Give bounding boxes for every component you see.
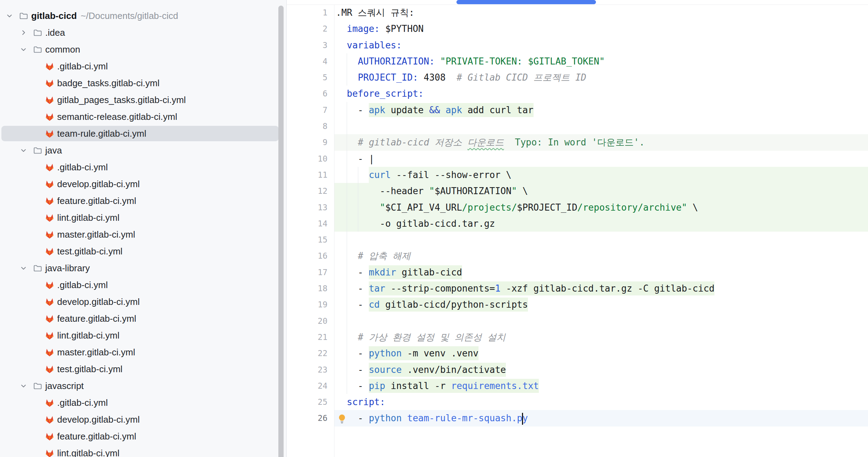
tree-row[interactable]: feature.gitlab-ci.yml xyxy=(0,428,286,445)
code-text[interactable]: AUTHORIZATION: "PRIVATE-TOKEN: $GITLAB_T… xyxy=(336,53,605,69)
line-number[interactable]: 25 xyxy=(287,394,327,410)
tree-row[interactable]: java-library xyxy=(0,260,286,277)
code-text[interactable]: - source .venv/bin/activate xyxy=(336,362,506,378)
tree-row[interactable]: test.gitlab-ci.yml xyxy=(0,243,286,260)
code-line[interactable]: 21 # 가상 환경 설정 및 의존성 설치 xyxy=(287,329,868,345)
code-line[interactable]: 17 - mkdir gitlab-cicd xyxy=(287,264,868,280)
line-number[interactable]: 23 xyxy=(287,362,327,378)
code-text[interactable]: # 압축 해제 xyxy=(336,248,411,264)
code-text[interactable]: -o gitlab-cicd.tar.gz xyxy=(336,216,495,232)
tree-row[interactable]: java xyxy=(0,142,286,159)
tree-row[interactable]: lint.gitlab-ci.yml xyxy=(0,445,286,457)
code-line[interactable]: 16 # 압축 해제 xyxy=(287,248,868,264)
line-number[interactable]: 6 xyxy=(287,86,327,102)
tree-row[interactable]: team-rule.gitlab-ci.yml xyxy=(0,125,286,142)
line-number[interactable]: 1 xyxy=(287,5,327,21)
code-text[interactable]: - tar --strip-components=1 -xzf gitlab-c… xyxy=(336,280,714,296)
line-number[interactable]: 18 xyxy=(287,280,327,296)
code-text[interactable]: --header "$AUTHORIZATION" \ xyxy=(336,183,528,199)
chevron-down-icon[interactable] xyxy=(20,264,27,272)
code-text[interactable]: # gitlab-cicd 저장소 다운로드 Typo: In word '다운… xyxy=(336,134,645,150)
line-number[interactable]: 2 xyxy=(287,21,327,37)
code-line[interactable]: 14 -o gitlab-cicd.tar.gz xyxy=(287,216,868,232)
code-text[interactable]: - apk update && apk add curl tar xyxy=(336,102,534,118)
code-line[interactable]: 7 - apk update && apk add curl tar xyxy=(287,102,868,118)
code-line[interactable]: 1.MR 스쿼시 규칙: xyxy=(287,5,868,21)
chevron-down-icon[interactable] xyxy=(20,46,27,53)
line-number[interactable]: 22 xyxy=(287,345,327,361)
code-text[interactable]: - pip install -r requirements.txt xyxy=(336,378,539,394)
tree-row[interactable]: develop.gitlab-ci.yml xyxy=(0,411,286,428)
code-line[interactable]: 10 - | xyxy=(287,151,868,167)
tree-row[interactable]: gitlab_pages_tasks.gitlab-ci.yml xyxy=(0,91,286,108)
tree-row[interactable]: develop.gitlab-ci.yml xyxy=(0,176,286,192)
code-line[interactable]: 13 "$CI_API_V4_URL/projects/$PROJECT_ID/… xyxy=(287,199,868,216)
code-text[interactable]: PROJECT_ID: 4308 # Gitlab CICD 프로젝트 ID xyxy=(336,69,586,86)
tree-row[interactable]: .gitlab-ci.yml xyxy=(0,58,286,75)
line-number[interactable]: 26 xyxy=(287,410,327,426)
code-line[interactable]: 20 xyxy=(287,313,868,329)
tree-row[interactable]: master.gitlab-ci.yml xyxy=(0,344,286,361)
code-text[interactable]: - | xyxy=(336,151,374,167)
tree-row[interactable]: .gitlab-ci.yml xyxy=(0,277,286,293)
code-line[interactable]: 2 image: $PYTHON xyxy=(287,21,868,37)
code-line[interactable]: 15 xyxy=(287,232,868,248)
code-text[interactable]: curl --fail --show-error \ xyxy=(336,167,511,183)
code-text[interactable]: variables: xyxy=(336,37,402,53)
line-number[interactable]: 17 xyxy=(287,264,327,280)
line-number[interactable]: 16 xyxy=(287,248,327,264)
tree-row[interactable]: feature.gitlab-ci.yml xyxy=(0,192,286,209)
code-line[interactable]: 19 - cd gitlab-cicd/python-scripts xyxy=(287,296,868,313)
line-number[interactable]: 8 xyxy=(287,118,327,134)
code-line[interactable]: 6 before_script: xyxy=(287,86,868,102)
tree-row[interactable]: master.gitlab-ci.yml xyxy=(0,226,286,243)
code-line[interactable]: 5 PROJECT_ID: 4308 # Gitlab CICD 프로젝트 ID xyxy=(287,69,868,86)
code-text[interactable]: - python team-rule-mr-squash.py xyxy=(336,410,528,426)
tree-row[interactable]: develop.gitlab-ci.yml xyxy=(0,293,286,310)
code-text[interactable]: - mkdir gitlab-cicd xyxy=(336,264,462,280)
code-text[interactable]: - python -m venv .venv xyxy=(336,345,479,361)
tree-row[interactable]: .gitlab-ci.yml xyxy=(0,159,286,176)
code-line[interactable]: 11 curl --fail --show-error \ xyxy=(287,167,868,183)
line-number[interactable]: 15 xyxy=(287,232,327,248)
code-line[interactable]: 22 - python -m venv .venv xyxy=(287,345,868,361)
line-number[interactable]: 9 xyxy=(287,134,327,150)
tree-row[interactable]: test.gitlab-ci.yml xyxy=(0,361,286,377)
line-number[interactable]: 11 xyxy=(287,167,327,183)
tree-scrollbar[interactable] xyxy=(278,6,284,457)
code-line[interactable]: 4 AUTHORIZATION: "PRIVATE-TOKEN: $GITLAB… xyxy=(287,53,868,69)
code-text[interactable]: # 가상 환경 설정 및 의존성 설치 xyxy=(336,329,506,345)
code-line[interactable]: 3 variables: xyxy=(287,37,868,53)
tree-row[interactable]: javascript xyxy=(0,377,286,394)
code-text[interactable]: .MR 스쿼시 규칙: xyxy=(336,5,414,21)
line-number[interactable]: 5 xyxy=(287,69,327,86)
code-line[interactable]: 8 xyxy=(287,118,868,134)
line-number[interactable]: 12 xyxy=(287,183,327,199)
chevron-down-icon[interactable] xyxy=(6,12,13,20)
code-line[interactable]: 24 - pip install -r requirements.txt xyxy=(287,378,868,394)
tree-row[interactable]: badge_tasks.gitlab-ci.yml xyxy=(0,75,286,91)
tree-row[interactable]: gitlab-cicd~/Documents/gitlab-cicd xyxy=(0,7,286,24)
code-line[interactable]: 26 - python team-rule-mr-squash.py xyxy=(287,410,868,426)
code-line[interactable]: 18 - tar --strip-components=1 -xzf gitla… xyxy=(287,280,868,296)
line-number[interactable]: 19 xyxy=(287,296,327,313)
line-number[interactable]: 20 xyxy=(287,313,327,329)
tree-row[interactable]: .idea xyxy=(0,24,286,41)
line-number[interactable]: 14 xyxy=(287,216,327,232)
line-number[interactable]: 24 xyxy=(287,378,327,394)
tree-row[interactable]: feature.gitlab-ci.yml xyxy=(0,310,286,327)
line-number[interactable]: 7 xyxy=(287,102,327,118)
code-text[interactable]: script: xyxy=(336,394,385,410)
line-number[interactable]: 4 xyxy=(287,53,327,69)
code-text[interactable]: image: $PYTHON xyxy=(336,21,423,37)
line-number[interactable]: 3 xyxy=(287,37,327,53)
line-number[interactable]: 21 xyxy=(287,329,327,345)
code-text[interactable]: - cd gitlab-cicd/python-scripts xyxy=(336,296,528,313)
tree-row[interactable]: semantic-release.gitlab-ci.yml xyxy=(0,108,286,125)
code-text[interactable]: before_script: xyxy=(336,86,423,102)
chevron-right-icon[interactable] xyxy=(20,29,27,36)
code-line[interactable]: 25 script: xyxy=(287,394,868,410)
editor-panel[interactable]: 1.MR 스쿼시 규칙:2 image: $PYTHON3 variables:… xyxy=(287,0,868,457)
code-line[interactable]: 23 - source .venv/bin/activate xyxy=(287,362,868,378)
tree-row[interactable]: .gitlab-ci.yml xyxy=(0,394,286,411)
